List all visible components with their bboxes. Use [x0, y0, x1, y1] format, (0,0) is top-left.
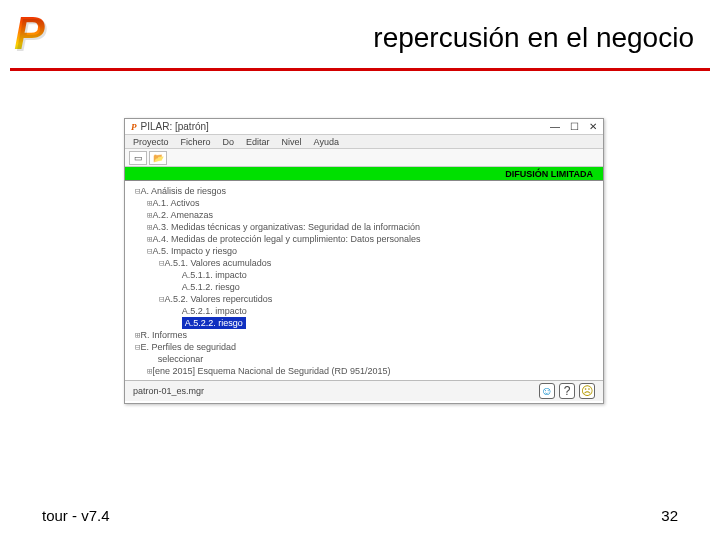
tree-node-seleccionar[interactable]: seleccionar [133, 353, 595, 365]
tree-node-a5[interactable]: ⊟ A.5. Impacto y riesgo [133, 245, 595, 257]
window-title: PILAR: [patrón] [141, 121, 209, 132]
tree-node-a3[interactable]: ⊞ A.3. Medidas técnicas y organizativas:… [133, 221, 595, 233]
happy-face-icon[interactable]: ☺ [539, 383, 555, 399]
diffusion-banner: DIFUSIÓN LIMITADA [125, 167, 603, 181]
tree-label: A.5.2.1. impacto [182, 305, 247, 317]
close-button[interactable]: ✕ [589, 121, 597, 132]
tree-label: A.5.1.2. riesgo [182, 281, 240, 293]
footer-page: 32 [661, 507, 678, 524]
tree-label: E. Perfiles de seguridad [140, 341, 236, 353]
tree-node-a52[interactable]: ⊟ A.5.2. Valores repercutidos [133, 293, 595, 305]
menu-nivel[interactable]: Nivel [282, 137, 302, 147]
tree-label: A.5.1.1. impacto [182, 269, 247, 281]
tree-label: A.1. Activos [152, 197, 199, 209]
tree-label: A.4. Medidas de protección legal y cumpl… [152, 233, 420, 245]
tree-label: A.5.2.2. riesgo [182, 317, 246, 329]
tree-node-a2[interactable]: ⊞ A.2. Amenazas [133, 209, 595, 221]
statusbar: patron-01_es.mgr ☺ ? ☹ [125, 381, 603, 401]
menu-do[interactable]: Do [223, 137, 235, 147]
tree-label: A.2. Amenazas [152, 209, 213, 221]
open-file-button[interactable]: 📂 [149, 151, 167, 165]
menu-editar[interactable]: Editar [246, 137, 270, 147]
tree-label: R. Informes [140, 329, 187, 341]
menu-ayuda[interactable]: Ayuda [314, 137, 339, 147]
slide-title: repercusión en el negocio [373, 22, 694, 54]
status-filename: patron-01_es.mgr [133, 386, 204, 396]
tree-node-a522-selected[interactable]: A.5.2.2. riesgo [133, 317, 595, 329]
titlebar: P PILAR: [patrón] — ☐ ✕ [125, 119, 603, 135]
toolbar: ▭ 📂 [125, 149, 603, 167]
app-icon: P [131, 122, 137, 132]
slide-footer: tour - v7.4 32 [0, 507, 720, 524]
tree-node-e[interactable]: ⊟ E. Perfiles de seguridad [133, 341, 595, 353]
tree-node-a512[interactable]: A.5.1.2. riesgo [133, 281, 595, 293]
tree-node-a51[interactable]: ⊟ A.5.1. Valores acumulados [133, 257, 595, 269]
footer-version: tour - v7.4 [42, 507, 110, 524]
tree-label: A.5.1. Valores acumulados [164, 257, 271, 269]
app-window: P PILAR: [patrón] — ☐ ✕ Proyecto Fichero… [124, 118, 604, 404]
tree-label: A.5.2. Valores repercutidos [164, 293, 272, 305]
menubar: Proyecto Fichero Do Editar Nivel Ayuda [125, 135, 603, 149]
tree-node-a1[interactable]: ⊞ A.1. Activos [133, 197, 595, 209]
tree-node-ens[interactable]: ⊞ [ene 2015] Esquema Nacional de Segurid… [133, 365, 595, 377]
sad-face-icon[interactable]: ☹ [579, 383, 595, 399]
tree-node-a521[interactable]: A.5.2.1. impacto [133, 305, 595, 317]
new-file-button[interactable]: ▭ [129, 151, 147, 165]
tree-label: A.5. Impacto y riesgo [152, 245, 237, 257]
minimize-button[interactable]: — [550, 121, 560, 132]
diffusion-label: DIFUSIÓN LIMITADA [505, 169, 593, 179]
tree-node-a[interactable]: ⊟ A. Análisis de riesgos [133, 185, 595, 197]
tree-panel: ⊟ A. Análisis de riesgos ⊞ A.1. Activos … [125, 181, 603, 381]
app-logo-letter: P [14, 6, 45, 60]
tree-node-a511[interactable]: A.5.1.1. impacto [133, 269, 595, 281]
menu-fichero[interactable]: Fichero [181, 137, 211, 147]
help-icon[interactable]: ? [559, 383, 575, 399]
tree-node-r[interactable]: ⊞ R. Informes [133, 329, 595, 341]
tree-label: seleccionar [158, 353, 204, 365]
menu-proyecto[interactable]: Proyecto [133, 137, 169, 147]
tree-label: A.3. Medidas técnicas y organizativas: S… [152, 221, 420, 233]
tree-label: A. Análisis de riesgos [140, 185, 226, 197]
tree-node-a4[interactable]: ⊞ A.4. Medidas de protección legal y cum… [133, 233, 595, 245]
divider [10, 68, 710, 71]
tree-label: [ene 2015] Esquema Nacional de Seguridad… [152, 365, 390, 377]
maximize-button[interactable]: ☐ [570, 121, 579, 132]
